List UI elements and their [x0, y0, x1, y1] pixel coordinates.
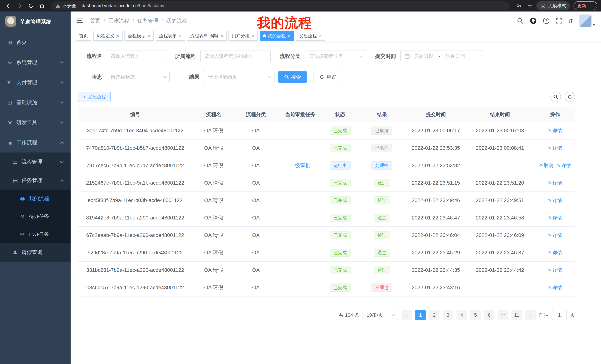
detail-link[interactable]: ✎详情: [557, 163, 571, 168]
page-button[interactable]: 2: [429, 310, 440, 320]
start-process-button[interactable]: + 发起流程: [78, 92, 111, 102]
home-icon[interactable]: [37, 1, 47, 10]
font-size-icon[interactable]: tT: [568, 18, 573, 24]
table-row: 7317cec6-7b9b-11ec-b5b7-acde48001122 OA …: [78, 157, 575, 174]
hamburger-icon[interactable]: [77, 19, 83, 23]
sidebar-item-payment[interactable]: ¥ 支付管理: [0, 72, 70, 92]
close-icon[interactable]: ×: [288, 33, 290, 38]
back-icon[interactable]: [4, 1, 13, 10]
sidebar-item-process-management[interactable]: ☰ 流程管理: [0, 153, 70, 171]
end-date-input[interactable]: [443, 53, 467, 59]
cell-end-time: 2022-01-22 23:45:37: [465, 250, 535, 256]
tab-start-process[interactable]: 发起流程×: [296, 31, 325, 41]
dashboard-icon: ⊞: [7, 39, 16, 46]
sidebar-item-system[interactable]: ⚙ 系统管理: [0, 52, 70, 72]
update-button[interactable]: 更新 ⋮: [573, 1, 597, 10]
goto-page-input[interactable]: [552, 310, 567, 320]
result-badge: 已取消: [371, 126, 392, 135]
page-button[interactable]: 4: [457, 310, 467, 320]
close-icon[interactable]: ×: [221, 33, 223, 38]
tab-user-group[interactable]: 用户分组×: [229, 31, 258, 41]
search-icon[interactable]: [517, 18, 523, 24]
cancel-link[interactable]: ⊘取消: [539, 163, 553, 168]
prev-page-button[interactable]: ‹: [401, 310, 412, 320]
filter-row-2: 状态 请选择状态 结果 请选择流结果 搜索: [78, 71, 575, 83]
key-icon[interactable]: [514, 1, 524, 10]
search-button[interactable]: 搜索: [278, 71, 307, 83]
detail-link[interactable]: ✎详情: [548, 250, 562, 256]
breadcrumb-workflow[interactable]: 工作流程: [109, 17, 129, 24]
sidebar-item-workflow[interactable]: ▣ 工作流程: [0, 133, 70, 153]
detail-link[interactable]: ✎详情: [548, 128, 562, 133]
status-badge: 已完成: [330, 249, 351, 257]
reload-icon[interactable]: [26, 1, 36, 10]
fullscreen-icon[interactable]: [556, 18, 562, 24]
tab-process-form-edit[interactable]: 流程表单-编辑×: [187, 31, 227, 41]
page-button[interactable]: 11: [511, 310, 522, 320]
tab-process-definition[interactable]: 流程定义×: [93, 31, 123, 41]
sidebar-item-infrastructure[interactable]: ⊡ 基础设施: [0, 92, 70, 112]
app-header: 首页 / 工作流程 / 任务管理 / 我的流程 我的流程 ?: [70, 11, 601, 30]
bookmark-star-icon[interactable]: ☆: [525, 1, 535, 10]
detail-link[interactable]: ✎详情: [548, 180, 562, 186]
next-page-button[interactable]: ›: [525, 310, 536, 320]
more-pages-button[interactable]: •••: [498, 310, 508, 320]
start-date-input[interactable]: [412, 53, 436, 59]
sidebar-item-todo-tasks[interactable]: ⊙ 待办任务: [0, 207, 70, 225]
current-task-link[interactable]: 一级审批: [290, 163, 311, 168]
cell-id: 03c6c157-7b9a-11ec-a290-acde48001122: [78, 285, 192, 290]
chevron-down-icon: [60, 80, 64, 84]
detail-link[interactable]: ✎详情: [548, 198, 562, 203]
detail-link[interactable]: ✎详情: [548, 145, 562, 151]
forward-icon[interactable]: [15, 1, 25, 10]
refresh-button[interactable]: [565, 92, 575, 102]
process-name-input[interactable]: [111, 53, 162, 59]
cell-name: OA 请假: [192, 144, 235, 152]
sidebar-item-leave-query[interactable]: ♟ 请假查询: [0, 243, 70, 262]
sidebar-item-task-management[interactable]: ▤ 任务管理: [0, 171, 70, 190]
app-title: 芋道管理系统: [20, 18, 51, 25]
page-button[interactable]: 6: [484, 310, 494, 320]
sidebar-item-devtools[interactable]: ⚒ 研发工具: [0, 112, 70, 133]
toggle-search-button[interactable]: [551, 92, 561, 102]
tab-home[interactable]: 首页: [76, 31, 91, 41]
close-icon[interactable]: ×: [319, 33, 322, 38]
page-button[interactable]: 1: [415, 310, 426, 320]
tab-my-process[interactable]: 我的流程×: [260, 31, 294, 41]
detail-link[interactable]: ✎详情: [548, 232, 562, 238]
process-id-input[interactable]: [204, 53, 267, 59]
sidebar-item-done-tasks[interactable]: ✂ 已办任务: [0, 225, 70, 243]
detail-link[interactable]: ✎详情: [548, 267, 562, 273]
user-menu[interactable]: ▾: [579, 14, 595, 27]
breadcrumb-home[interactable]: 首页: [90, 17, 100, 24]
help-icon[interactable]: ?: [543, 18, 549, 24]
close-icon[interactable]: ×: [179, 33, 182, 38]
date-range-picker[interactable]: -: [401, 50, 482, 62]
cell-status: 进行中: [323, 161, 357, 170]
page-size-select[interactable]: 10条/页: [362, 310, 398, 320]
detail-link[interactable]: ✎详情: [548, 285, 562, 290]
page-content: 流程名 所属流程 流程分类 请选择流程分类 提交时间: [70, 42, 601, 364]
category-select[interactable]: 请选择流程分类: [305, 50, 366, 62]
page-button[interactable]: 3: [443, 310, 453, 320]
cell-result: 通过: [357, 266, 407, 274]
menu-kebab-icon[interactable]: ⋮: [588, 3, 594, 8]
close-icon[interactable]: ×: [117, 33, 119, 38]
tab-process-model[interactable]: 流程模型×: [124, 31, 154, 41]
result-select[interactable]: 请选择流结果: [204, 71, 274, 83]
cell-end-time: 2022-01-22 23:49:51: [465, 197, 535, 203]
breadcrumb-task-management[interactable]: 任务管理: [137, 17, 158, 24]
status-select[interactable]: 请选择状态: [107, 71, 170, 83]
edit-icon: ✎: [548, 250, 552, 255]
tab-process-form[interactable]: 流程表单×: [156, 31, 185, 41]
sidebar-item-my-process[interactable]: ◉ 我的流程: [0, 190, 70, 207]
close-icon[interactable]: ×: [148, 33, 150, 38]
address-bar[interactable]: 不安全 dashboard.yudao.iocoder.cn/bpm/task/…: [51, 1, 510, 10]
active-dot: [263, 34, 266, 37]
page-button[interactable]: 5: [470, 310, 481, 320]
sidebar-item-home[interactable]: ⊞ 首页: [0, 32, 70, 52]
github-icon[interactable]: [530, 17, 537, 24]
reset-button[interactable]: 重置: [313, 71, 342, 83]
close-icon[interactable]: ×: [252, 33, 254, 38]
detail-link[interactable]: ✎详情: [548, 215, 562, 220]
